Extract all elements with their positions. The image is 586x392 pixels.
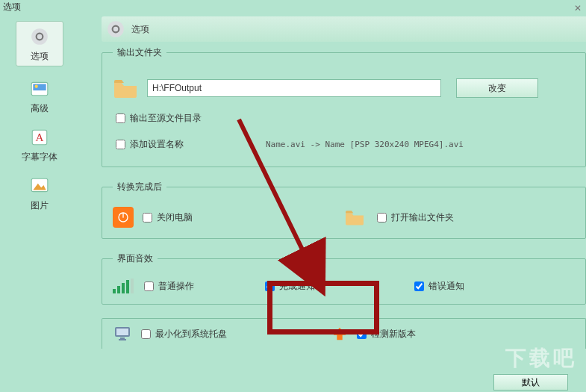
change-button[interactable]: 改变 <box>456 78 538 98</box>
checkbox-label: 关闭电脑 <box>157 211 193 224</box>
picture-icon <box>28 77 52 101</box>
checkbox-input[interactable] <box>414 281 424 291</box>
checkbox-sound-normal[interactable]: 普通操作 <box>141 279 194 293</box>
sidebar-item-label: 字幕字体 <box>6 151 73 164</box>
checkbox-input[interactable] <box>141 329 151 339</box>
gear-icon <box>106 19 125 39</box>
svg-point-8 <box>107 21 124 37</box>
sidebar-item-label: 选项 <box>21 50 58 63</box>
naming-hint: Name.avi -> Name [PSP 320x240 MPEG4].avi <box>266 140 464 149</box>
default-button[interactable]: 默认 <box>493 374 568 391</box>
checkbox-label: 输出至源文件目录 <box>130 112 202 125</box>
page-title: 选项 <box>131 23 149 36</box>
checkbox-label: 普通操作 <box>158 280 194 293</box>
checkbox-label: 打开输出文件夹 <box>391 211 454 224</box>
group-after-convert: 转换完成后 关闭电脑 打开输出文件夹 <box>102 181 586 239</box>
monitor-icon <box>113 325 132 343</box>
checkbox-minimize-to-tray[interactable]: 最小化到系统托盘 <box>138 327 227 341</box>
group-legend: 界面音效 <box>113 252 158 265</box>
page-header: 选项 <box>102 16 586 42</box>
checkbox-shutdown[interactable]: 关闭电脑 <box>140 211 193 225</box>
power-icon <box>113 207 134 228</box>
font-icon: A <box>28 125 52 149</box>
checkbox-label: 完成通知 <box>279 280 315 293</box>
checkbox-label: 最小化到系统托盘 <box>155 328 227 340</box>
group-legend: 输出文件夹 <box>113 46 166 59</box>
arrow-up-icon <box>331 326 348 342</box>
sidebar-item-label: 图片 <box>6 199 73 212</box>
checkbox-label: 错误通知 <box>428 280 464 293</box>
checkbox-input[interactable] <box>143 213 152 223</box>
window-title: 选项 <box>3 1 21 12</box>
folder-icon <box>113 77 138 99</box>
checkbox-check-update[interactable]: 检测新版本 <box>354 327 416 341</box>
svg-marker-15 <box>334 328 346 340</box>
checkbox-add-setting-name[interactable]: 添加设置名称 <box>113 137 184 152</box>
checkbox-input[interactable] <box>265 281 275 291</box>
group-output-folder: 输出文件夹 改变 输出至源文件目录 添加设置名称 Name.avi -> Nam… <box>102 46 586 167</box>
checkbox-input[interactable] <box>116 140 125 149</box>
svg-point-3 <box>35 85 38 88</box>
image-icon <box>28 174 52 198</box>
group-legend: 转换完成后 <box>113 181 166 193</box>
sidebar-item-image[interactable]: 图片 <box>6 174 73 212</box>
misc-row: 最小化到系统托盘 检测新版本 <box>102 318 586 349</box>
gear-icon <box>28 25 52 49</box>
group-ui-sound: 界面音效 普通操作 完成通知 错误通知 <box>102 252 586 305</box>
checkbox-open-output-folder[interactable]: 打开输出文件夹 <box>374 211 454 225</box>
output-path-input[interactable] <box>147 79 441 97</box>
checkbox-label: 添加设置名称 <box>130 138 184 151</box>
checkbox-sound-error[interactable]: 错误通知 <box>411 279 464 293</box>
checkbox-input[interactable] <box>377 213 387 223</box>
sidebar-item-subtitle-font[interactable]: A 字幕字体 <box>6 125 73 164</box>
svg-rect-10 <box>122 213 123 218</box>
sidebar-item-label: 高级 <box>6 102 73 115</box>
sidebar-item-options[interactable]: 选项 <box>6 21 73 66</box>
checkbox-sound-done[interactable]: 完成通知 <box>262 279 315 293</box>
sidebar-item-advanced[interactable]: 高级 <box>6 77 73 115</box>
checkbox-input[interactable] <box>144 281 154 291</box>
sidebar: 选项 高级 A 字幕字体 图片 <box>6 16 73 223</box>
close-icon[interactable]: ✕ <box>574 1 582 15</box>
checkbox-input[interactable] <box>116 113 125 123</box>
checkbox-label: 检测新版本 <box>371 328 416 340</box>
svg-rect-14 <box>119 339 126 340</box>
window-titlebar: 选项 ✕ <box>0 0 586 13</box>
svg-point-0 <box>31 28 48 45</box>
checkbox-input[interactable] <box>357 329 367 339</box>
svg-rect-13 <box>120 337 125 339</box>
folder-open-icon <box>344 208 365 227</box>
svg-text:A: A <box>36 131 44 143</box>
content: 输出文件夹 改变 输出至源文件目录 添加设置名称 Name.avi -> Nam… <box>102 46 586 349</box>
svg-rect-12 <box>116 329 128 335</box>
checkbox-output-to-source[interactable]: 输出至源文件目录 <box>113 111 202 125</box>
sound-bars-icon <box>113 279 134 293</box>
